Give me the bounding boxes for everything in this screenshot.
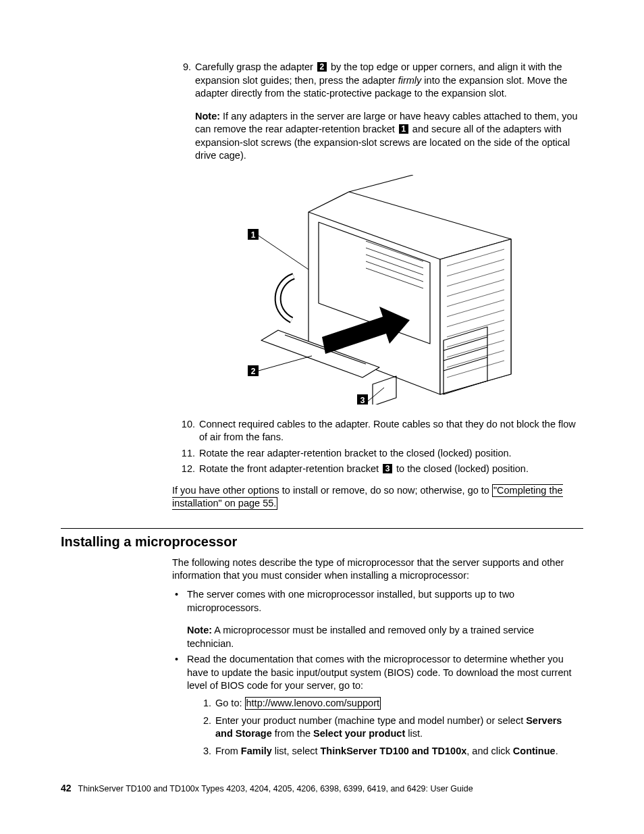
step-list-lower: 10. Connect required cables to the adapt… [172, 418, 580, 476]
post-steps-paragraph: If you have other options to install or … [172, 484, 580, 511]
step-text: Rotate the rear adapter-retention bracke… [199, 447, 580, 461]
section-intro: The following notes describe the type of… [172, 556, 580, 583]
page-footer: 42ThinkServer TD100 and TD100x Types 420… [61, 782, 583, 795]
step-number: 11. [172, 447, 199, 461]
bullet-1: • The server comes with one microprocess… [172, 588, 580, 650]
sub-step-3: 3. From Family list, select ThinkServer … [196, 745, 580, 758]
callout-1-icon: 1 [399, 124, 408, 134]
bullet-1-note: Note: A microprocessor must be installed… [187, 624, 580, 650]
step-text: Rotate the front adapter-retention brack… [199, 463, 580, 476]
step-list-upper: 9. Carefully grasp the adapter 2 by the … [172, 61, 580, 511]
svg-text:2: 2 [251, 367, 256, 376]
callout-3-icon: 3 [383, 464, 392, 473]
sub-step-1: 1. Go to: http://www.lenovo.com/support [196, 697, 580, 710]
emphasis-firmly: firmly [398, 75, 422, 86]
bullet-icon: • [172, 653, 187, 762]
sub-step-number: 3. [196, 745, 215, 758]
sub-step-number: 2. [196, 714, 215, 741]
sub-step-2: 2. Enter your product number (machine ty… [196, 714, 580, 741]
adapter-install-figure: 1 2 3 [172, 175, 580, 409]
section-heading: Installing a microprocessor [61, 533, 583, 551]
note-label: Note: [195, 111, 220, 122]
section-divider [61, 528, 583, 529]
bullet-text: Read the documentation that comes with t… [187, 654, 572, 691]
sub-step-list: 1. Go to: http://www.lenovo.com/support … [196, 697, 580, 758]
callout-2-icon: 2 [317, 62, 327, 72]
svg-text:1: 1 [251, 230, 256, 240]
step-9-note: Note: If any adapters in the server are … [195, 110, 580, 163]
note-label: Note: [187, 625, 212, 635]
step-text: Carefully grasp the adapter 2 by the top… [195, 61, 580, 163]
bullet-icon: • [172, 588, 187, 650]
svg-text:3: 3 [360, 396, 365, 405]
section-body: The following notes describe the type of… [172, 556, 580, 762]
bullet-text: The server comes with one microprocessor… [187, 589, 514, 613]
footer-text: ThinkServer TD100 and TD100x Types 4203,… [78, 784, 473, 793]
page-number: 42 [61, 783, 72, 793]
step-number: 12. [172, 463, 199, 476]
lenovo-support-link[interactable]: http://www.lenovo.com/support [245, 697, 381, 710]
step-9: 9. Carefully grasp the adapter 2 by the … [172, 61, 580, 163]
bullet-list: • The server comes with one microprocess… [172, 588, 580, 762]
step-11: 11. Rotate the rear adapter-retention br… [172, 447, 580, 461]
svg-line-2 [368, 388, 384, 401]
svg-line-1 [259, 356, 312, 371]
step-number: 10. [172, 418, 199, 444]
bullet-2: • Read the documentation that comes with… [172, 653, 580, 762]
svg-line-0 [259, 236, 308, 269]
step-text: Connect required cables to the adapter. … [199, 418, 580, 444]
sub-step-number: 1. [196, 697, 215, 710]
step-10: 10. Connect required cables to the adapt… [172, 418, 580, 444]
step-number: 9. [172, 61, 195, 163]
step-12: 12. Rotate the front adapter-retention b… [172, 463, 580, 476]
